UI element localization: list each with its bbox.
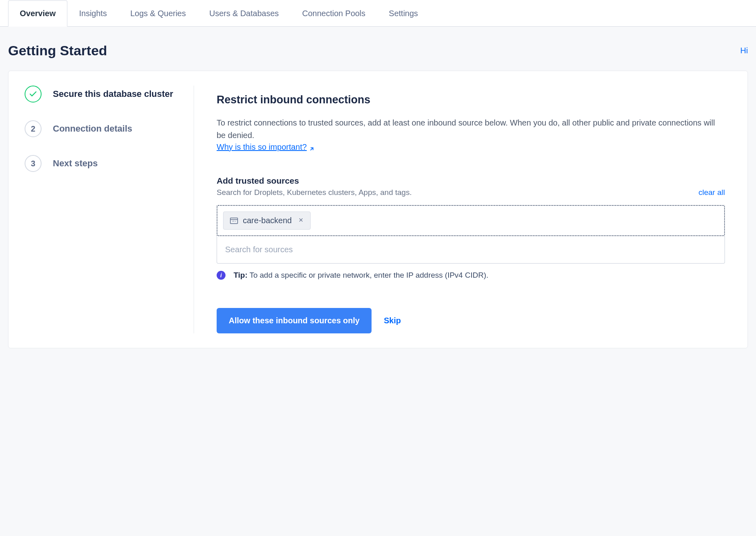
page-header: Getting Started Hi [0,27,756,71]
external-link-icon [309,144,315,150]
step-secure-cluster[interactable]: Secure this database cluster [25,86,178,103]
tabs-bar: Overview Insights Logs & Queries Users &… [0,0,756,27]
source-chip[interactable]: care-backend [223,211,311,230]
clear-all-link[interactable]: clear all [699,188,725,197]
allow-sources-button[interactable]: Allow these inbound sources only [217,308,372,333]
add-trusted-subtitle: Search for Droplets, Kubernetes clusters… [217,188,412,197]
tip-body: To add a specific or private network, en… [247,271,488,279]
selected-sources-box: care-backend [217,205,725,236]
add-trusted-sources-block: Add trusted sources Search for Droplets,… [217,176,725,280]
step-next-steps[interactable]: 3 Next steps [25,155,178,172]
skip-button[interactable]: Skip [384,316,401,325]
tab-insights[interactable]: Insights [67,0,119,27]
step-connection-details[interactable]: 2 Connection details [25,120,178,137]
step-number: 2 [25,120,42,137]
close-icon[interactable] [297,216,304,225]
step-label: Next steps [53,158,98,169]
tab-users-databases[interactable]: Users & Databases [198,0,290,27]
step-number: 3 [25,155,42,172]
section-description: To restrict connections to trusted sourc… [217,117,725,142]
tip-text: Tip: To add a specific or private networ… [234,271,489,280]
getting-started-card: Secure this database cluster 2 Connectio… [8,71,748,348]
link-text: Why is this so important? [217,142,307,152]
add-trusted-header: Add trusted sources Search for Droplets,… [217,176,725,197]
tab-settings[interactable]: Settings [377,0,430,27]
step-label: Connection details [53,124,132,134]
steps-sidebar: Secure this database cluster 2 Connectio… [8,86,194,333]
tip-row: i Tip: To add a specific or private netw… [217,271,725,280]
step-label: Secure this database cluster [53,89,173,99]
add-trusted-title: Add trusted sources [217,176,412,186]
app-icon [230,218,238,224]
why-important-link[interactable]: Why is this so important? [217,142,315,152]
tab-logs-queries[interactable]: Logs & Queries [119,0,198,27]
search-sources-input[interactable] [217,236,725,264]
info-icon: i [217,271,226,280]
check-icon [25,86,42,103]
svg-rect-1 [230,218,238,224]
actions-row: Allow these inbound sources only Skip [217,308,725,333]
hide-link[interactable]: Hi [740,46,748,55]
tab-overview[interactable]: Overview [8,0,67,27]
content-panel: Restrict inbound connections To restrict… [194,86,748,333]
page-title: Getting Started [8,43,107,59]
tip-label: Tip: [234,271,247,279]
section-heading: Restrict inbound connections [217,94,725,106]
chip-label: care-backend [243,216,292,225]
tab-connection-pools[interactable]: Connection Pools [290,0,377,27]
